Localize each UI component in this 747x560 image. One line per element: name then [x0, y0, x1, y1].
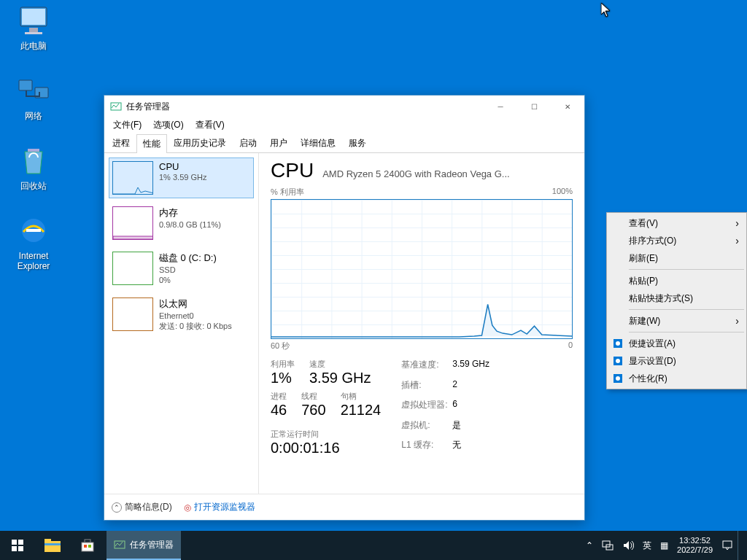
svg-rect-1 [22, 9, 45, 25]
start-button[interactable] [0, 531, 35, 560]
display-icon [612, 355, 624, 367]
desktop-context-menu: 查看(V)排序方式(O)刷新(E)粘贴(P)粘贴快捷方式(S)新建(W)便捷设置… [606, 212, 747, 389]
context-menu-item[interactable]: 显示设置(D) [608, 352, 745, 370]
context-menu-item[interactable]: 排序方式(O) [608, 232, 745, 249]
perf-sidebar: CPU 1% 3.59 GHz 内存 0.9/8.0 GB (11%) 磁盘 0… [104, 153, 259, 494]
menubar: 文件(F) 选项(O) 查看(V) [104, 117, 584, 133]
context-menu-label: 排序方式(O) [629, 235, 676, 247]
perf-item-name: 以太网 [159, 298, 232, 311]
tab-performance[interactable]: 性能 [136, 134, 167, 153]
tray-notifications-icon[interactable] [717, 531, 738, 560]
disk-sparkline [112, 252, 153, 285]
cpu-chart[interactable] [271, 199, 573, 339]
minimize-button[interactable]: ─ [484, 96, 517, 117]
window-title: 任务管理器 [126, 101, 170, 113]
stat-value: 3.59 GHz [309, 370, 371, 386]
stat-label: 句柄 [341, 391, 382, 402]
menu-view[interactable]: 查看(V) [190, 117, 231, 133]
this-pc-icon [16, 3, 51, 38]
context-menu-label: 显示设置(D) [629, 355, 676, 368]
svg-rect-15 [12, 540, 17, 545]
perf-item-name: 内存 [159, 206, 221, 219]
svg-rect-23 [85, 540, 90, 542]
perf-item-ethernet[interactable]: 以太网 Ethernet0 发送: 0 接收: 0 Kbps [109, 294, 254, 335]
tray-clock[interactable]: 13:32:52 2022/7/29 [673, 531, 717, 560]
show-desktop-button[interactable] [738, 531, 747, 560]
x-axis-left: 60 秒 [271, 341, 290, 351]
perf-item-memory[interactable]: 内存 0.9/8.0 GB (11%) [109, 203, 254, 244]
svg-rect-3 [25, 32, 42, 34]
context-menu-label: 粘贴快捷方式(S) [629, 292, 693, 305]
settings-icon [612, 338, 624, 349]
desktop-icon-ie[interactable]: Internet Explorer [6, 213, 61, 272]
tab-processes[interactable]: 进程 [106, 133, 136, 152]
desktop-icon-network[interactable]: 网络 [6, 73, 61, 121]
tabs: 进程 性能 应用历史记录 启动 用户 详细信息 服务 [104, 133, 584, 153]
stat-label: 速度 [309, 359, 371, 370]
tab-startup[interactable]: 启动 [233, 133, 263, 152]
y-axis-label: % 利用率 [271, 187, 304, 198]
menu-separator [629, 332, 744, 332]
svg-rect-20 [44, 539, 51, 542]
context-menu-item[interactable]: 刷新(E) [608, 249, 745, 267]
detail-title: CPU [271, 159, 314, 182]
menu-file[interactable]: 文件(F) [107, 117, 147, 133]
perf-item-sub: 1% 3.59 GHz [159, 172, 206, 182]
svg-rect-25 [88, 545, 91, 548]
tray-ime-lang[interactable]: 英 [638, 531, 656, 560]
svg-rect-16 [18, 540, 23, 545]
svg-rect-19 [44, 541, 61, 552]
perf-item-sub: 0.9/8.0 GB (11%) [159, 219, 221, 230]
tray-volume-icon[interactable] [618, 531, 638, 560]
ethernet-sparkline [112, 298, 153, 331]
titlebar[interactable]: 任务管理器 ─ ☐ ✕ [104, 96, 584, 117]
context-menu-item[interactable]: 便捷设置(A) [608, 335, 745, 352]
taskbar-explorer[interactable] [35, 531, 70, 560]
svg-rect-21 [44, 543, 61, 545]
maximize-button[interactable]: ☐ [517, 96, 551, 117]
desktop-icon-this-pc[interactable]: 此电脑 [6, 3, 61, 51]
recycle-bin-icon [16, 143, 51, 178]
tab-users[interactable]: 用户 [263, 133, 294, 152]
resource-monitor-icon: ◎ [184, 502, 191, 513]
tray-ime-mode[interactable]: ▦ [656, 531, 673, 560]
tray-network-icon[interactable] [597, 531, 618, 560]
tray-expand-icon[interactable]: ⌃ [581, 531, 597, 560]
perf-item-disk[interactable]: 磁盘 0 (C: D:) SSD 0% [109, 248, 254, 289]
context-menu-label: 粘贴(P) [629, 275, 658, 287]
stat-value: 21124 [341, 402, 382, 419]
context-menu-item[interactable]: 新建(W) [608, 312, 745, 330]
app-icon [114, 539, 125, 551]
context-menu-item[interactable]: 个性化(R) [608, 370, 745, 387]
uptime-label: 正常运行时间 [271, 429, 381, 440]
svg-rect-2 [29, 28, 38, 32]
stat-value: 760 [301, 402, 325, 419]
menu-options[interactable]: 选项(O) [147, 117, 189, 133]
tab-services[interactable]: 服务 [342, 133, 373, 152]
context-menu-item[interactable]: 查看(V) [608, 214, 745, 232]
tab-details[interactable]: 详细信息 [294, 133, 342, 152]
perf-item-sub2: 发送: 0 接收: 0 Kbps [159, 321, 232, 331]
svg-rect-18 [18, 546, 23, 551]
tab-app-history[interactable]: 应用历史记录 [167, 133, 233, 152]
desktop-icon-recycle-bin[interactable]: 回收站 [6, 143, 61, 191]
context-menu-item[interactable]: 粘贴快捷方式(S) [608, 289, 745, 307]
context-menu-label: 刷新(E) [629, 252, 658, 265]
taskbar-app-task-manager[interactable]: 任务管理器 [107, 531, 181, 560]
svg-rect-4 [19, 80, 32, 90]
svg-rect-7 [26, 229, 41, 232]
personalize-icon [612, 373, 624, 384]
context-menu-label: 个性化(R) [629, 373, 667, 385]
perf-item-cpu[interactable]: CPU 1% 3.59 GHz [109, 158, 254, 198]
svg-rect-29 [723, 541, 732, 548]
close-button[interactable]: ✕ [551, 96, 584, 117]
menu-separator [629, 269, 744, 270]
network-icon [16, 73, 51, 108]
cursor-icon [601, 3, 611, 20]
open-resource-monitor-link[interactable]: ◎ 打开资源监视器 [184, 501, 255, 513]
svg-point-10 [616, 341, 620, 346]
taskbar-store[interactable] [70, 531, 105, 560]
svg-point-12 [616, 359, 620, 363]
fewer-details-link[interactable]: ⌃ 简略信息(D) [112, 501, 172, 513]
context-menu-item[interactable]: 粘贴(P) [608, 272, 745, 289]
